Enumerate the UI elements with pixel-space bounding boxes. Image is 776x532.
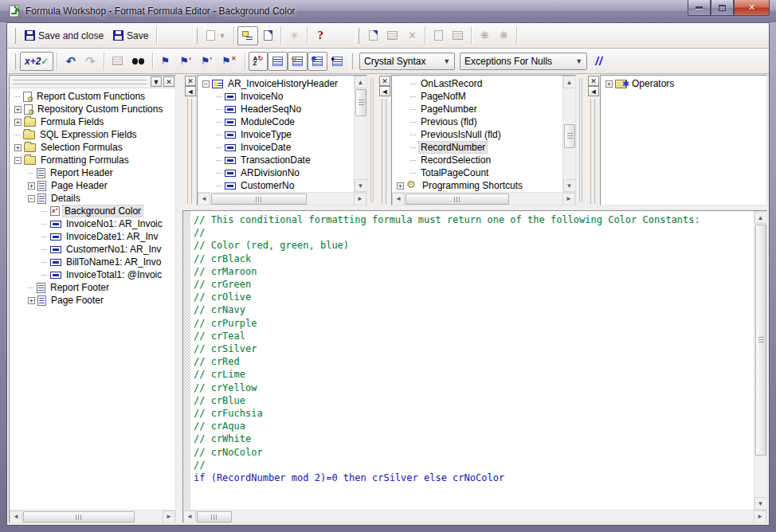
tree-expander-minus[interactable]: − [28,195,35,202]
workshop-hscrollbar[interactable]: ◄ ► [10,510,175,522]
tree-expander-plus[interactable]: + [14,119,22,126]
tree-item[interactable]: CustomerNo [198,179,354,192]
bookmark-clear-button[interactable]: ⚑✕ [217,52,241,71]
tree-item[interactable]: InvoiceNo1: AR_Invoic [10,217,175,230]
formula-editor-code[interactable]: // This conditional formatting formula m… [190,211,754,510]
panel-close-button[interactable]: ✕ [379,76,390,86]
tree-expander-plus[interactable]: + [14,144,22,151]
tree-expander-plus[interactable]: + [14,106,22,113]
scroll-thumb[interactable] [355,89,366,116]
toolbar-grip[interactable] [355,28,359,44]
minimize-button[interactable] [688,0,711,16]
scroll-down-icon[interactable]: ▼ [355,179,367,192]
tree-item[interactable]: Report Custom Functions [10,90,175,103]
tree-item[interactable]: Previous (fld) [392,115,562,128]
fields-vscrollbar[interactable]: ▲ ▼ [354,76,366,192]
tree-splitter[interactable] [576,75,586,205]
tree-item[interactable]: CustomerNo1: AR_Inv [10,243,175,256]
scroll-thumb[interactable] [197,511,232,522]
tree-item[interactable]: OnLastRecord [392,77,562,90]
titlebar[interactable]: Formula Workshop - Format Formula Editor… [0,0,776,22]
tree-expander-plus[interactable]: + [397,182,404,190]
toolbar-grip[interactable] [12,53,16,69]
panel-close-button[interactable]: ✕ [163,76,174,87]
toolbar-grip[interactable] [349,53,353,69]
help-button[interactable]: ? [311,26,330,45]
tree-item[interactable]: −Formatting Formulas [10,154,175,166]
tree-item[interactable]: −Details [10,192,175,205]
rename-button[interactable] [382,26,402,45]
tree-item[interactable]: HeaderSeqNo [198,103,354,115]
panel-menu-button[interactable]: ▼ [151,76,162,87]
save-button[interactable]: Save [108,26,153,45]
null-handling-combobox[interactable]: Exceptions For Nulls ▼ [460,53,587,70]
find-button[interactable] [127,52,149,71]
scroll-up-icon[interactable]: ▲ [754,211,767,224]
tree-splitter[interactable] [367,75,377,205]
delete-button[interactable]: ✕ [402,26,421,45]
panel-drag-grip[interactable] [13,80,147,84]
tree-expander-plus[interactable]: + [28,182,35,190]
tree-item[interactable]: +Formula Fields [10,115,175,128]
scroll-thumb[interactable] [564,124,575,148]
toolbar-grip[interactable] [12,28,16,44]
scroll-up-icon[interactable]: ▲ [355,76,367,88]
scroll-left-icon[interactable]: ◄ [10,510,22,523]
find-in-formulas-button[interactable]: ● [327,52,347,71]
tree-item[interactable]: Background Color [10,205,175,217]
comment-button[interactable]: // [590,52,609,71]
check-syntax-button[interactable]: x+2✓ [20,52,53,71]
tree-item[interactable]: −AR_InvoiceHistoryHeader [198,77,354,90]
browse-data-button[interactable] [108,52,127,71]
syntax-combobox[interactable]: Crystal Syntax ▼ [359,53,455,70]
scroll-right-icon[interactable]: ► [354,193,366,205]
properties-button[interactable] [258,26,277,45]
panel-collapse-button[interactable]: ◄ [588,86,599,96]
panel-drag-grip[interactable] [590,99,595,204]
scroll-right-icon[interactable]: ► [754,510,766,523]
panel-close-button[interactable]: ✕ [588,76,599,86]
tree-item[interactable]: InvoiceDate1: AR_Inv [10,230,175,243]
bookmark-prev-button[interactable]: ⚑‹ [196,52,217,71]
panel-close-button[interactable]: ✕ [185,76,196,86]
tree-item[interactable]: +Operators [601,77,766,90]
tree-item[interactable]: PageNofM [392,90,562,103]
new-button[interactable]: ▼ [202,26,230,45]
editor-vscrollbar[interactable]: ▲ ▼ [754,211,766,510]
tree-item[interactable]: InvoiceTotal1: @Invoic [10,268,175,281]
panel-collapse-button[interactable]: ◄ [379,86,390,96]
add-to-repository-button[interactable] [429,26,448,45]
panel-drag-grip[interactable] [187,99,192,204]
redo-button[interactable]: ↷ [80,52,100,71]
functions-hscrollbar[interactable]: ◄ ► [392,192,575,205]
tree-item[interactable]: InvoiceNo [198,90,354,103]
scroll-thumb[interactable] [406,194,509,205]
bookmark-next-button[interactable]: ⚑› [175,52,196,71]
scroll-thumb[interactable] [755,225,766,456]
toggle-operators-tree-button[interactable]: ✱ [308,52,327,71]
tree-item[interactable]: RecordSelection [392,154,562,166]
close-button[interactable]: ✕ [734,0,770,16]
gear2-button[interactable]: ❋ [494,26,513,45]
scroll-right-icon[interactable]: ► [163,510,175,523]
main-splitter[interactable] [176,74,182,525]
tree-item[interactable]: +Selection Formulas [10,141,175,154]
scroll-right-icon[interactable]: ► [562,193,575,205]
tree-item[interactable]: Report Header [10,166,175,179]
scroll-thumb[interactable] [23,511,135,522]
tree-item[interactable]: SQL Expression Fields [10,128,175,141]
scroll-down-icon[interactable]: ▼ [754,497,767,510]
scroll-thumb[interactable] [211,194,307,205]
panel-collapse-button[interactable]: ◄ [185,86,196,96]
tree-item[interactable]: TotalPageCount [392,166,562,179]
tree-expander-minus[interactable]: − [14,157,22,164]
editor-hscrollbar[interactable]: ◄ ► [183,510,766,522]
tree-expander-plus[interactable]: + [606,80,613,88]
tree-item[interactable]: BillToName1: AR_Invo [10,256,175,268]
bookmark-toggle-button[interactable]: ⚑ [156,52,175,71]
tree-item[interactable]: InvoiceType [198,128,354,141]
scroll-up-icon[interactable]: ▲ [563,76,576,88]
update-repository-button[interactable] [448,26,468,45]
save-and-close-button[interactable]: Save and close [20,26,108,45]
tree-item[interactable]: +Page Header [10,179,175,192]
